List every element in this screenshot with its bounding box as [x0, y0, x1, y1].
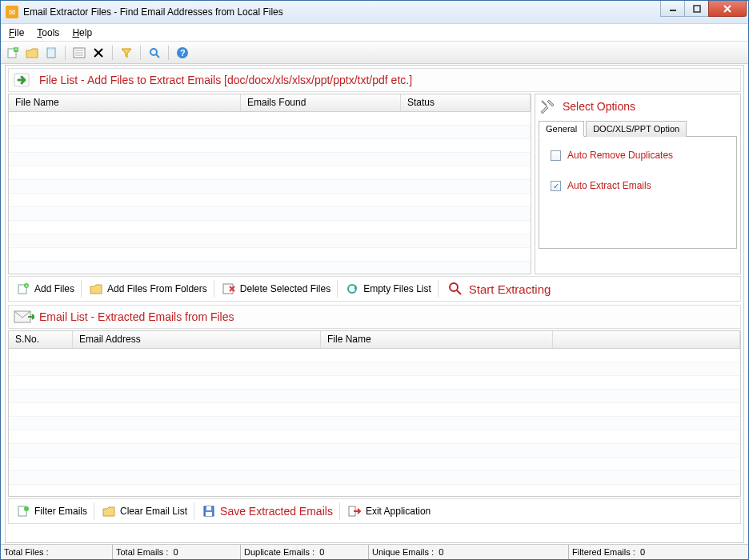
svg-point-28: [450, 283, 458, 291]
help-icon[interactable]: ?: [175, 46, 190, 60]
tab-general[interactable]: General: [539, 121, 584, 137]
email-list-header: Email List - Extracted Emails from Files: [8, 305, 741, 329]
folder-icon: [90, 282, 102, 295]
add-files-icon[interactable]: +: [6, 46, 20, 60]
app-window: ✉ Email Extractor Files - Find Email Add…: [0, 0, 749, 560]
exit-icon: [348, 505, 361, 518]
filter-emails-button[interactable]: Filter Emails: [10, 502, 94, 520]
app-icon: ✉: [6, 6, 18, 18]
col-email[interactable]: Email Address: [73, 331, 321, 348]
file-list-rows: [9, 112, 531, 274]
email-list-title: Email List - Extracted Emails from Files: [39, 310, 234, 323]
titlebar[interactable]: ✉ Email Extractor Files - Find Email Add…: [1, 1, 748, 24]
file-list-table[interactable]: File Name Emails Found Status: [8, 94, 531, 274]
status-bar: Total Files : Total Emails : 0 Duplicate…: [1, 544, 748, 559]
svg-text:+: +: [25, 282, 29, 290]
svg-line-20: [542, 101, 547, 106]
options-panel: Select Options General DOC/XLS/PPT Optio…: [535, 94, 741, 274]
menu-help[interactable]: Help: [72, 27, 92, 38]
minimize-button[interactable]: [660, 1, 685, 17]
paste-icon[interactable]: [44, 46, 58, 60]
envelope-icon: [14, 309, 31, 325]
tools-icon: [539, 98, 556, 115]
svg-text:?: ?: [180, 48, 186, 58]
filter-list-icon: [17, 505, 30, 518]
delete-icon[interactable]: [91, 46, 106, 60]
save-icon: [202, 505, 215, 518]
arrow-right-icon: [14, 72, 31, 88]
col-status[interactable]: Status: [401, 94, 531, 111]
search-icon: [448, 282, 463, 296]
col-emails-found[interactable]: Emails Found: [241, 94, 401, 111]
maximize-button[interactable]: [684, 1, 709, 17]
options-title: Select Options: [563, 100, 635, 113]
menubar: File Tools Help: [1, 24, 748, 42]
svg-rect-34: [206, 506, 211, 510]
content-area: File List - Add Files to Extract Emails …: [5, 65, 744, 543]
options-tabs: General DOC/XLS/PPT Option: [539, 120, 737, 137]
window-title: Email Extractor Files - Find Email Addre…: [23, 6, 283, 18]
search-icon[interactable]: [147, 46, 162, 60]
svg-line-16: [156, 54, 159, 58]
menu-file[interactable]: File: [9, 27, 24, 38]
filter-icon[interactable]: [119, 46, 134, 60]
status-total-emails: Total Emails : 0: [113, 545, 241, 559]
label-auto-extract: Auto Extract Emails: [567, 180, 651, 191]
checkbox-auto-extract[interactable]: ✓: [551, 181, 561, 191]
save-emails-button[interactable]: Save Extracted Emails: [196, 502, 340, 520]
close-button[interactable]: [708, 1, 747, 17]
add-files-icon: +: [17, 282, 30, 295]
email-action-bar: Filter Emails Clear Email List Save Extr…: [8, 498, 741, 524]
add-folder-button[interactable]: Add Files From Folders: [83, 280, 214, 298]
add-files-button[interactable]: + Add Files: [10, 280, 82, 298]
svg-rect-35: [206, 512, 212, 516]
clear-email-list-button[interactable]: Clear Email List: [96, 502, 194, 520]
file-list-title: File List - Add Files to Extract Emails …: [39, 74, 412, 86]
svg-point-32: [24, 506, 29, 511]
checkbox-auto-remove[interactable]: [551, 150, 561, 161]
menu-tools[interactable]: Tools: [37, 27, 59, 38]
col-blank: [553, 331, 740, 348]
delete-selected-button[interactable]: Delete Selected Files: [216, 280, 338, 298]
svg-point-15: [150, 49, 157, 55]
label-auto-remove: Auto Remove Duplicates: [567, 150, 673, 161]
status-filtered-emails: Filtered Emails : 0: [569, 545, 748, 559]
col-sno[interactable]: S.No.: [9, 331, 73, 348]
email-list-rows: [9, 349, 740, 497]
col-file[interactable]: File Name: [321, 331, 553, 348]
file-action-bar: + Add Files Add Files From Folders Delet…: [8, 276, 741, 302]
refresh-icon: [346, 282, 358, 295]
svg-rect-1: [694, 6, 700, 12]
exit-button[interactable]: Exit Application: [342, 502, 437, 520]
status-duplicate-emails: Duplicate Emails : 0: [241, 545, 369, 559]
options-tab-body: Auto Remove Duplicates ✓ Auto Extract Em…: [539, 137, 737, 249]
toolbar: + ?: [1, 42, 748, 64]
svg-rect-8: [49, 47, 54, 50]
clear-list-icon: [102, 505, 115, 518]
svg-line-29: [457, 290, 461, 294]
tab-office[interactable]: DOC/XLS/PPT Option: [586, 121, 687, 137]
file-list-header: File List - Add Files to Extract Emails …: [8, 68, 741, 92]
add-folder-icon[interactable]: [25, 46, 39, 60]
list-icon[interactable]: [72, 46, 86, 60]
empty-list-button[interactable]: Empty Files List: [339, 280, 439, 298]
status-total-files: Total Files :: [1, 545, 113, 559]
email-list-table[interactable]: S.No. Email Address File Name: [8, 330, 741, 497]
svg-text:+: +: [14, 46, 18, 52]
col-filename[interactable]: File Name: [9, 94, 241, 111]
delete-list-icon: [222, 282, 235, 295]
start-extracting-button[interactable]: Start Extracting: [440, 282, 551, 296]
status-unique-emails: Unique Emails : 0: [369, 545, 569, 559]
